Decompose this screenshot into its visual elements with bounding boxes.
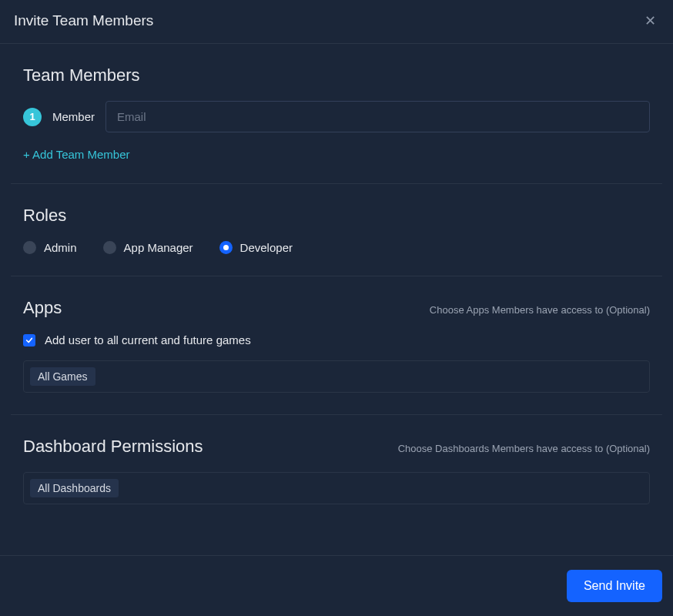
dialog-content: Team Members 1 Member + Add Team Member …	[0, 44, 673, 526]
member-label: Member	[52, 110, 95, 123]
member-row: 1 Member	[23, 101, 650, 132]
apps-checkbox-row[interactable]: Add user to all current and future games	[23, 333, 650, 346]
team-members-title: Team Members	[23, 65, 140, 85]
dashboard-hint: Choose Dashboards Members have access to…	[398, 443, 650, 454]
dashboard-chip[interactable]: All Dashboards	[30, 479, 119, 497]
close-icon: ✕	[645, 13, 656, 28]
close-button[interactable]: ✕	[641, 14, 659, 28]
radio-icon	[219, 241, 233, 254]
apps-section: Apps Choose Apps Members have access to …	[11, 276, 662, 415]
add-team-member-link[interactable]: + Add Team Member	[23, 148, 130, 161]
role-label: Admin	[44, 241, 77, 254]
apps-hint: Choose Apps Members have access to (Opti…	[430, 304, 650, 316]
apps-title: Apps	[23, 298, 62, 318]
roles-row: Admin App Manager Developer	[23, 241, 650, 254]
dialog-footer: Send Invite	[0, 555, 673, 616]
role-radio-developer[interactable]: Developer	[219, 241, 293, 254]
team-members-section: Team Members 1 Member + Add Team Member	[11, 44, 662, 184]
role-label: App Manager	[124, 241, 193, 254]
radio-icon	[23, 241, 36, 254]
dashboard-permissions-section: Dashboard Permissions Choose Dashboards …	[11, 415, 662, 526]
roles-title: Roles	[23, 206, 66, 226]
apps-checkbox-label: Add user to all current and future games	[45, 333, 251, 346]
dashboard-chip-area[interactable]: All Dashboards	[23, 472, 650, 504]
send-invite-button[interactable]: Send Invite	[567, 570, 662, 602]
email-input[interactable]	[105, 101, 650, 132]
checkbox-icon	[23, 334, 35, 346]
dashboard-title: Dashboard Permissions	[23, 437, 203, 457]
apps-chip-area[interactable]: All Games	[23, 360, 650, 393]
radio-icon	[103, 241, 116, 254]
role-radio-app-manager[interactable]: App Manager	[103, 241, 193, 254]
dialog-header: Invite Team Members ✕	[0, 0, 673, 44]
apps-chip[interactable]: All Games	[30, 367, 95, 386]
dialog-title: Invite Team Members	[14, 12, 153, 29]
role-radio-admin[interactable]: Admin	[23, 241, 77, 254]
role-label: Developer	[240, 241, 293, 254]
roles-section: Roles Admin App Manager Developer	[11, 184, 662, 276]
member-index-badge: 1	[23, 108, 42, 126]
